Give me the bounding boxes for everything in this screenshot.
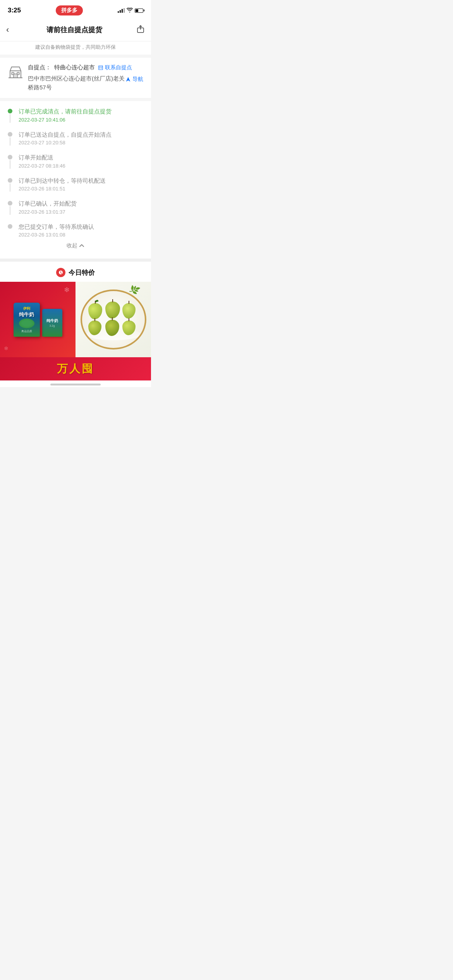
pickup-label: 自提点： [28,64,51,71]
pickup-address-row: 巴中市巴州区心连心超市(丝厂店)老关桥路57号 导航 [28,74,143,92]
timeline-time: 2022-03-27 10:41:06 [19,117,143,123]
section-divider [0,259,151,262]
pickup-name: 特曲心连心超市 [54,64,95,71]
timeline-dot-col [8,107,12,123]
inactive-dot [8,155,12,159]
pickup-address: 巴中市巴州区心连心超市(丝厂店)老关桥路57号 [28,74,125,92]
svg-point-7 [101,68,102,69]
special-tag-icon [56,268,65,277]
navigation-button[interactable]: 导航 [125,76,143,83]
home-indicator [0,380,151,387]
pickup-info: 自提点： 特曲心连心超市 联系自提点 巴中市巴州区心连心超市(丝厂店)老关桥路5… [28,64,143,92]
back-button[interactable]: ‹ [6,23,12,36]
inactive-dot [8,178,12,183]
timeline-dot-col [8,176,12,192]
collapse-label: 收起 [67,242,77,249]
timeline-dot-col [8,199,12,215]
contact-label: 联系自提点 [105,64,132,71]
home-bar [50,384,101,385]
timeline-title: 您已提交订单，等待系统确认 [19,223,143,231]
nav-label: 导航 [132,76,143,83]
timeline-time: 2022-03-26 18:01:51 [19,186,143,192]
app-logo: 拼多多 [56,5,83,15]
pickup-name-row: 自提点： 特曲心连心超市 联系自提点 [28,64,143,71]
dot-line [10,206,10,215]
timeline-item: 您已提交订单，等待系统确认 2022-03-26 13:01:08 [8,223,143,238]
timeline-dot-col [8,130,12,146]
timeline-item: 订单已确认，开始配货 2022-03-26 13:01:37 [8,199,143,223]
svg-point-6 [100,68,100,69]
wifi-icon [127,8,133,14]
nav-subtitle: 建议自备购物袋提货，共同助力环保 [0,41,151,55]
product-image-pear: 🌿 [76,282,151,357]
status-icons [118,8,143,14]
timeline-title: 订单已送达自提点，自提点开始清点 [19,130,143,139]
timeline-content: 订单已送达自提点，自提点开始清点 2022-03-27 10:20:58 [19,130,143,146]
timeline-section: 订单已完成清点，请前往自提点提货 2022-03-27 10:41:06 订单已… [0,101,151,259]
status-bar: 3:25 拼多多 [0,0,151,19]
active-dot [8,109,12,113]
timeline-title: 订单已到达中转仓，等待司机配送 [19,176,143,185]
inactive-dot [8,224,12,229]
timeline-dot-col [8,153,12,169]
svg-rect-4 [17,72,19,75]
timeline-item: 订单已到达中转仓，等待司机配送 2022-03-26 18:01:51 [8,176,143,200]
nav-bar: ‹ 请前往自提点提货 [0,19,151,41]
timeline-content: 订单已到达中转仓，等待司机配送 2022-03-26 18:01:51 [19,176,143,192]
timeline-time: 2022-03-26 13:01:08 [19,232,143,238]
timeline-content: 订单已完成清点，请前往自提点提货 2022-03-27 10:41:06 [19,107,143,123]
inactive-dot [8,132,12,137]
store-icon [8,65,23,80]
timeline-item: 订单开始配送 2022-03-27 08:18:46 [8,153,143,176]
page-title: 请前往自提点提货 [12,25,136,34]
timeline-title: 订单开始配送 [19,153,143,162]
collapse-button[interactable]: 收起 [8,238,143,255]
contact-button[interactable]: 联系自提点 [98,64,132,71]
dot-line [10,137,10,146]
timeline-dot-col [8,223,12,238]
timeline-content: 订单开始配送 2022-03-27 08:18:46 [19,153,143,169]
signal-icon [118,8,125,13]
inactive-dot [8,201,12,206]
timeline-title: 订单已完成清点，请前往自提点提货 [19,107,143,116]
share-button[interactable] [136,25,145,35]
product-card-pear[interactable]: 🌿 [76,282,151,357]
status-time: 3:25 [8,7,21,14]
dot-line [10,160,10,169]
timeline-content: 订单已确认，开始配货 2022-03-26 13:01:37 [19,199,143,215]
special-title: 今日特价 [69,268,95,277]
banner: 万人囤 [0,357,151,380]
special-header: 今日特价 [0,262,151,282]
timeline-title: 订单已确认，开始配货 [19,199,143,208]
svg-rect-3 [12,72,14,75]
pickup-card: 自提点： 特曲心连心超市 联系自提点 巴中市巴州区心连心超市(丝厂店)老关桥路5… [0,58,151,98]
dot-line [10,114,10,123]
timeline-item: 订单已送达自提点，自提点开始清点 2022-03-27 10:20:58 [8,130,143,154]
product-grid: ❄ ❄ 伊利 纯牛奶 奥运品质 纯牛奶 3.2g [0,282,151,357]
product-image-milk: ❄ ❄ 伊利 纯牛奶 奥运品质 纯牛奶 3.2g [0,282,76,357]
timeline-content: 您已提交订单，等待系统确认 2022-03-26 13:01:08 [19,223,143,238]
timeline-time: 2022-03-26 13:01:37 [19,209,143,215]
battery-icon [135,9,143,13]
timeline-time: 2022-03-27 10:20:58 [19,140,143,146]
banner-text: 万人囤 [57,362,94,376]
dot-line [10,183,10,192]
timeline-item: 订单已完成清点，请前往自提点提货 2022-03-27 10:41:06 [8,107,143,130]
product-card-milk[interactable]: ❄ ❄ 伊利 纯牛奶 奥运品质 纯牛奶 3.2g [0,282,76,357]
timeline-time: 2022-03-27 08:18:46 [19,163,143,169]
